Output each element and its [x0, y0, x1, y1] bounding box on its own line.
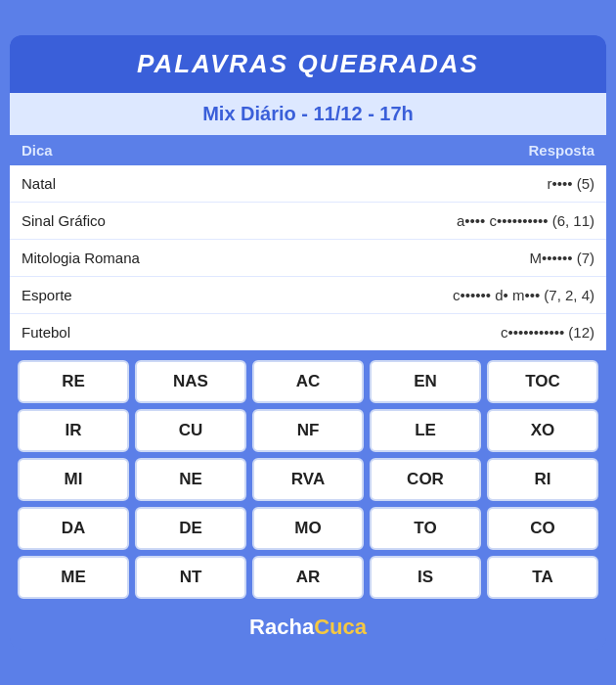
- header: PALAVRAS QUEBRADAS: [10, 35, 606, 93]
- clue-resposta: a•••• c•••••••••• (6, 11): [286, 203, 606, 240]
- brand-racha: Racha: [249, 615, 314, 639]
- tile[interactable]: NE: [135, 458, 246, 501]
- col-header-resposta: Resposta: [286, 135, 606, 165]
- page-title: PALAVRAS QUEBRADAS: [29, 49, 587, 79]
- tile[interactable]: ME: [18, 556, 129, 599]
- tile[interactable]: CO: [487, 507, 598, 550]
- tile[interactable]: DE: [135, 507, 246, 550]
- clue-resposta: M•••••• (7): [286, 240, 606, 277]
- clue-dica: Futebol: [10, 314, 286, 351]
- tiles-grid: RENASACENTOCIRCUNFLEXOMINERVACORRIDADEMO…: [18, 360, 598, 599]
- table-row: Mitologia Romana M•••••• (7): [10, 240, 606, 277]
- subtitle: Mix Diário - 11/12 - 17h: [20, 103, 596, 125]
- clue-resposta: c••••••••••• (12): [286, 314, 606, 351]
- clue-resposta: r•••• (5): [286, 165, 606, 203]
- clue-dica: Natal: [10, 165, 286, 203]
- tile[interactable]: EN: [370, 360, 481, 403]
- table-row: Futebol c••••••••••• (12): [10, 314, 606, 351]
- branding: RachaCuca: [10, 607, 606, 650]
- tile[interactable]: XO: [487, 409, 598, 452]
- tile[interactable]: AR: [252, 556, 364, 599]
- tile[interactable]: NT: [135, 556, 246, 599]
- tile[interactable]: RE: [18, 360, 129, 403]
- tile[interactable]: CU: [135, 409, 246, 452]
- clues-table: Dica Resposta Natal r•••• (5) Sinal Gráf…: [10, 135, 606, 350]
- tile[interactable]: TOC: [487, 360, 598, 403]
- clue-dica: Sinal Gráfico: [10, 203, 286, 240]
- tile[interactable]: MI: [18, 458, 129, 501]
- table-row: Esporte c•••••• d• m••• (7, 2, 4): [10, 277, 606, 314]
- table-row: Natal r•••• (5): [10, 165, 606, 203]
- tile[interactable]: COR: [370, 458, 481, 501]
- tile[interactable]: TA: [487, 556, 598, 599]
- table-header-row: Dica Resposta: [10, 135, 606, 165]
- tile[interactable]: MO: [252, 507, 364, 550]
- main-container: PALAVRAS QUEBRADAS Mix Diário - 11/12 - …: [10, 35, 606, 650]
- clues-body: Natal r•••• (5) Sinal Gráfico a•••• c•••…: [10, 165, 606, 350]
- tile[interactable]: AC: [252, 360, 364, 403]
- clue-dica: Mitologia Romana: [10, 240, 286, 277]
- tile[interactable]: IS: [370, 556, 481, 599]
- tile[interactable]: IR: [18, 409, 129, 452]
- table-row: Sinal Gráfico a•••• c•••••••••• (6, 11): [10, 203, 606, 240]
- tile[interactable]: TO: [370, 507, 481, 550]
- tile[interactable]: LE: [370, 409, 481, 452]
- clues-table-wrapper: Dica Resposta Natal r•••• (5) Sinal Gráf…: [10, 135, 606, 350]
- clue-dica: Esporte: [10, 277, 286, 314]
- tile[interactable]: RVA: [252, 458, 364, 501]
- clue-resposta: c•••••• d• m••• (7, 2, 4): [286, 277, 606, 314]
- subtitle-bar: Mix Diário - 11/12 - 17h: [10, 93, 606, 135]
- col-header-dica: Dica: [10, 135, 286, 165]
- tiles-section: RENASACENTOCIRCUNFLEXOMINERVACORRIDADEMO…: [10, 350, 606, 607]
- brand-cuca: Cuca: [314, 615, 367, 639]
- tile[interactable]: RI: [487, 458, 598, 501]
- tile[interactable]: NAS: [135, 360, 246, 403]
- tile[interactable]: DA: [18, 507, 129, 550]
- tile[interactable]: NF: [252, 409, 364, 452]
